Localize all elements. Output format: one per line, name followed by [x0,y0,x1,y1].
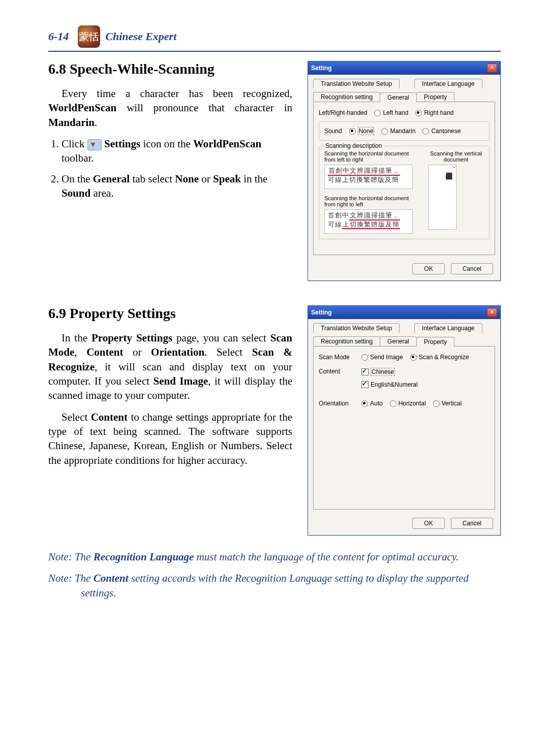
radio-scan-recognize[interactable]: Scan & Recognize [410,354,469,361]
content-label: Content [319,368,354,375]
tab-general[interactable]: General [380,336,417,346]
handed-label: Left/Right-handed [319,109,367,116]
text: , [74,346,86,358]
text: page, you can select [172,332,270,344]
tabs-row-front: Recognition setting General Property [308,332,500,346]
dialog-titlebar[interactable]: Setting × [308,306,500,319]
note-1: Note: The Recognition Language must matc… [48,550,501,564]
scan-sample-vertical: 首創中文辨識掃描筆可線上切換繁體版及簡 [428,165,456,230]
radio-label: Send Image [370,354,403,361]
sample-text: 可線上切換繁體版及簡 [328,176,399,183]
dialog-title: Setting [311,65,332,72]
sample-text: 文辨識掃描筆， [349,211,400,220]
radio-sound-mandarin[interactable]: Mandarin [381,128,415,135]
section68-intro: Every time a character has been recogniz… [48,86,292,130]
text: . [95,116,97,129]
section68-steps: Click Settings icon on the WorldPenScan … [48,137,292,200]
tab-translation-website-setup[interactable]: Translation Website Setup [313,79,400,88]
radio-label: None [358,127,375,135]
note-2: Note: The Content setting accords with t… [48,571,501,600]
tab-general[interactable]: General [380,92,417,102]
ok-button[interactable]: OK [412,518,444,529]
radio-send-image[interactable]: Send Image [361,354,403,361]
tab-property[interactable]: Property [416,337,454,346]
scan-vertical-caption: Scanning the vertical document [428,150,484,163]
radio-orientation-auto[interactable]: Auto [361,400,383,407]
scanning-description-label: Scanning description [323,142,384,149]
sample-text: 首創中 [328,211,349,219]
dialog-title: Setting [311,309,332,316]
text-bold: Settings [102,138,140,150]
checkbox-label: Chinese [371,368,395,376]
radio-label: Left hand [383,109,408,116]
text-bold: Send Image [153,375,208,387]
radio-right-hand[interactable]: Right hand [415,109,453,116]
property-tab-panel: Scan Mode Send Image Scan & Recognize Co… [313,346,495,510]
general-tab-panel: Left/Right-handed Left hand Right hand S… [313,102,495,255]
cancel-button[interactable]: Cancel [451,518,493,529]
text-bold: Property Settings [92,332,172,344]
scan-ltr-caption: Scanning the horizontal document from le… [324,150,413,163]
tab-translation-website-setup[interactable]: Translation Website Setup [313,323,400,333]
scan-rtl-caption: Scanning the horizontal document from ri… [324,195,413,207]
text-bold: Content [86,346,123,358]
checkbox-english-numeral[interactable]: English&Numeral [361,381,418,388]
tab-recognition-setting[interactable]: Recognition setting [313,336,380,346]
radio-label: Right hand [424,109,453,116]
text-bold: WorldPenScan [193,138,261,150]
tabs-row-front: Recognition setting General Property [308,88,500,102]
radio-sound-cantonese[interactable]: Cantonese [422,128,461,135]
text: setting accords with the Recognition Lan… [81,572,469,598]
text: Note: The [48,572,94,584]
text: Note: The [48,551,94,563]
sample-text: 首創中文辨識掃描筆 [444,167,454,168]
tab-property[interactable]: Property [416,92,454,102]
sample-text: 可線 [328,220,342,228]
text: In the [62,332,92,344]
radio-left-hand[interactable]: Left hand [374,109,408,116]
radio-label: Scan & Recognize [419,354,469,361]
tabs-row-back: Translation Website Setup Interface Lang… [308,75,500,88]
text: On the [62,173,93,185]
radio-orientation-vertical[interactable]: Vertical [433,400,462,407]
close-icon[interactable]: × [487,308,497,317]
text-bold: Recognition Language [94,551,194,563]
text: toolbar. [62,152,94,164]
ok-button[interactable]: OK [412,263,444,274]
scan-mode-label: Scan Mode [319,354,354,361]
text-bold: Orientation [151,346,204,358]
radio-label: Cantonese [431,128,461,135]
tabs-row-back: Translation Website Setup Interface Lang… [308,319,500,333]
section-heading-69: 6.9 Property Settings [48,305,292,322]
text: tab select [130,173,175,185]
sample-text: 首創中文辨識掃描筆， [328,167,400,176]
dialog-titlebar[interactable]: Setting × [308,61,500,75]
step-2: On the General tab select None or Speak … [62,172,292,201]
text: area. [90,187,113,199]
page-header: 6-14 蒙恬 Chinese Expert [48,25,501,48]
checkbox-chinese[interactable]: Chinese [361,368,395,376]
cancel-button[interactable]: Cancel [451,263,493,274]
radio-orientation-horizontal[interactable]: Horizontal [390,400,426,407]
radio-label: Horizontal [399,400,426,407]
text-bold: Content [91,411,128,423]
setting-dialog-property: Setting × Translation Website Setup Inte… [308,305,501,536]
text-bold: Mandarin [48,116,95,129]
tab-interface-language[interactable]: Interface Language [414,323,482,333]
section-heading-68: 6.8 Speech-While-Scanning [48,61,292,77]
text-bold: Sound [62,187,90,199]
setting-dialog-general: Setting × Translation Website Setup Inte… [308,61,501,281]
section69-p1: In the Property Settings page, you can s… [48,331,292,403]
text-bold: None [175,173,199,185]
text: or [199,173,213,185]
radio-sound-none[interactable]: None [349,127,375,135]
tab-recognition-setting[interactable]: Recognition setting [313,92,380,102]
text-bold: Speak [213,173,241,185]
radio-label: Auto [370,400,383,407]
text: Select [62,411,91,423]
notes-block: Note: The Recognition Language must matc… [48,550,501,600]
close-icon[interactable]: × [487,64,497,73]
text: will pronounce that character in [116,102,292,114]
tab-interface-language[interactable]: Interface Language [414,79,482,88]
radio-label: Mandarin [390,128,415,135]
